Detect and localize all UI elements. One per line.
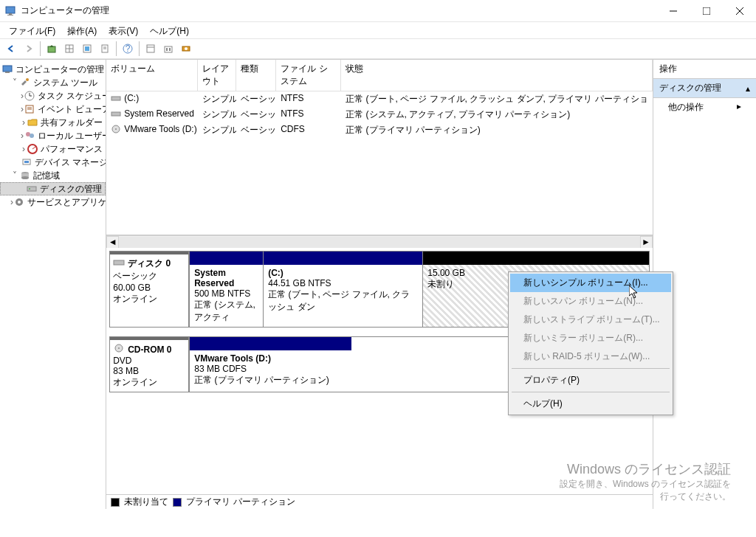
partition-vmware-tools[interactable]: VMware Tools (D:) 83 MB CDFS 正常 (プライマリ パ… [189, 337, 351, 392]
tree-event-viewer[interactable]: イベント ビューアー [38, 103, 106, 116]
svg-point-24 [185, 47, 188, 50]
svg-rect-1 [9, 13, 12, 15]
ctx-help[interactable]: ヘルプ(H) [510, 395, 671, 413]
help-icon[interactable]: ? [120, 41, 136, 57]
horizontal-scrollbar[interactable]: ◄ ► [106, 235, 652, 248]
volume-row[interactable]: System Reserved シンプル ベーシック NTFS 正常 (システム… [106, 107, 652, 122]
tree-task-scheduler[interactable]: タスク スケジューラ [38, 90, 106, 103]
activation-watermark: Windows のライセンス認証 設定を開き、Windows のライセンス認証を… [560, 460, 731, 503]
volume-list-header: ボリューム レイアウト 種類 ファイル システム 状態 [106, 60, 652, 91]
menu-action[interactable]: 操作(A) [61, 24, 103, 37]
minimize-button[interactable] [656, 0, 690, 22]
device-icon [21, 156, 32, 168]
ctx-new-simple-volume[interactable]: 新しいシンプル ボリューム(I)... [510, 274, 671, 292]
collapse-icon[interactable]: ˅ [10, 170, 19, 181]
svg-rect-18 [147, 45, 154, 52]
svg-rect-26 [5, 72, 10, 73]
svg-rect-47 [111, 97, 120, 100]
svg-point-46 [18, 201, 21, 204]
drive-icon [111, 108, 123, 120]
volume-row[interactable]: (C:) シンプル ベーシック NTFS 正常 (ブート, ページ ファイル, … [106, 91, 652, 107]
up-button[interactable] [44, 41, 60, 57]
back-button[interactable] [3, 41, 19, 57]
toolbar-btn-8[interactable] [142, 41, 159, 57]
svg-rect-43 [27, 187, 36, 191]
svg-rect-0 [6, 7, 15, 13]
actions-header: 操作 [653, 60, 756, 79]
col-status[interactable]: 状態 [341, 60, 652, 91]
svg-point-44 [29, 188, 30, 190]
folder-icon [27, 117, 38, 128]
tree-services-apps[interactable]: サービスとアプリケーション [27, 196, 106, 209]
refresh-button[interactable] [79, 41, 95, 57]
ctx-new-span-volume: 新しいスパン ボリューム(N)... [510, 292, 671, 311]
chevron-up-icon: ▴ [746, 83, 750, 94]
svg-point-42 [21, 176, 29, 179]
menu-file[interactable]: ファイル(F) [3, 24, 61, 37]
maximize-button[interactable] [690, 0, 723, 22]
col-type[interactable]: 種類 [236, 60, 276, 91]
expand-icon[interactable]: › [21, 117, 27, 128]
tree-local-users[interactable]: ローカル ユーザーとグループ [38, 130, 106, 142]
scroll-left-button[interactable]: ◄ [106, 236, 119, 249]
close-button[interactable] [723, 0, 756, 22]
tree-root[interactable]: コンピューターの管理 (ローカル) [16, 63, 106, 76]
col-layout[interactable]: レイアウト [198, 60, 236, 91]
volume-list[interactable]: (C:) シンプル ベーシック NTFS 正常 (ブート, ページ ファイル, … [106, 91, 652, 235]
tree-shared-folders[interactable]: 共有フォルダー [41, 117, 103, 129]
tree-storage[interactable]: 記憶域 [33, 170, 60, 182]
scroll-track[interactable] [119, 237, 639, 248]
disk-icon [113, 257, 125, 270]
actions-more[interactable]: 他の操作 ▸ [653, 98, 756, 117]
clock-icon [24, 90, 35, 102]
actions-section[interactable]: ディスクの管理 ▴ [653, 79, 756, 98]
forward-button[interactable] [21, 41, 37, 57]
expand-icon[interactable]: › [21, 144, 27, 154]
svg-point-27 [26, 78, 29, 81]
context-menu: 新しいシンプル ボリューム(I)... 新しいスパン ボリューム(N)... 新… [508, 271, 673, 415]
show-hide-button[interactable] [61, 41, 78, 57]
disk-info[interactable]: ディスク 0 ベーシック 60.00 GB オンライン [109, 251, 189, 328]
window-title: コンピューターの管理 [21, 4, 656, 17]
svg-rect-51 [114, 260, 124, 265]
users-icon [24, 130, 35, 142]
menubar: ファイル(F) 操作(A) 表示(V) ヘルプ(H) [0, 22, 756, 38]
services-icon [13, 196, 25, 208]
col-volume[interactable]: ボリューム [106, 60, 198, 91]
perf-icon [27, 143, 38, 155]
navigation-tree[interactable]: コンピューターの管理 (ローカル) ˅システム ツール ›タスク スケジューラ … [0, 60, 106, 509]
svg-rect-4 [703, 7, 710, 15]
legend-swatch-unalloc [111, 498, 120, 507]
ctx-new-mirror-volume: 新しいミラー ボリューム(R)... [510, 329, 671, 347]
partition-system-reserved[interactable]: System Reserved 500 MB NTFS 正常 (システム, アク… [189, 252, 263, 327]
tools-icon [19, 77, 31, 89]
properties-button[interactable] [97, 41, 113, 57]
toolbar-btn-10[interactable] [178, 41, 194, 57]
menu-help[interactable]: ヘルプ(H) [144, 24, 195, 37]
tree-performance[interactable]: パフォーマンス [41, 143, 103, 156]
volume-row[interactable]: VMware Tools (D:) シンプル ベーシック CDFS 正常 (プラ… [106, 122, 652, 138]
drive-icon [111, 93, 123, 105]
svg-rect-7 [48, 46, 55, 52]
tree-system-tools[interactable]: システム ツール [33, 77, 97, 89]
svg-point-35 [30, 134, 34, 138]
scroll-right-button[interactable]: ► [640, 236, 653, 249]
tree-disk-management[interactable]: ディスクの管理 [40, 183, 102, 195]
partition-c[interactable]: (C:) 44.51 GB NTFS 正常 (ブート, ページ ファイル, クラ… [263, 252, 422, 327]
ctx-properties[interactable]: プロパティ(P) [510, 371, 671, 389]
menu-view[interactable]: 表示(V) [103, 24, 144, 37]
legend-swatch-primary [173, 498, 182, 507]
ctx-new-stripe-volume: 新しいストライプ ボリューム(T)... [510, 311, 671, 329]
svg-text:?: ? [126, 44, 131, 54]
svg-point-50 [115, 128, 117, 130]
cd-icon [111, 124, 123, 136]
collapse-icon[interactable]: ˅ [10, 77, 19, 88]
cdrom-info[interactable]: CD-ROM 0 DVD 83 MB オンライン [109, 336, 189, 392]
tree-device-manager[interactable]: デバイス マネージャー [35, 156, 106, 169]
toolbar-btn-9[interactable] [160, 41, 176, 57]
storage-icon [19, 170, 31, 181]
col-fs[interactable]: ファイル システム [276, 60, 341, 91]
svg-rect-2 [7, 15, 13, 15]
svg-point-53 [118, 347, 120, 349]
cursor-icon [629, 285, 641, 302]
